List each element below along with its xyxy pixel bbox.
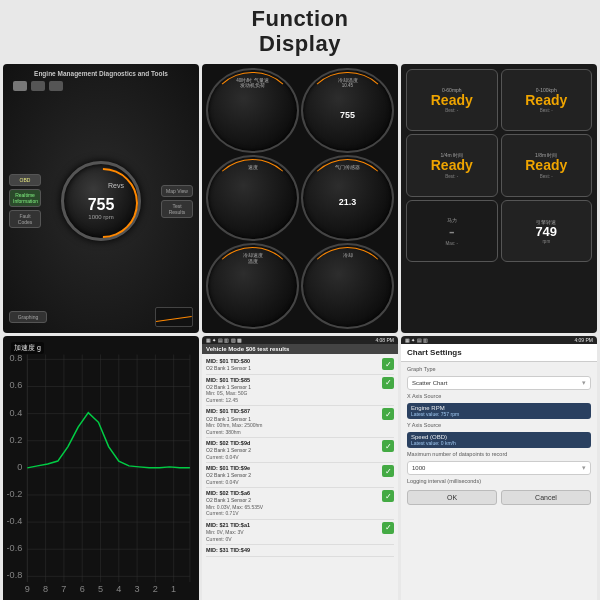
btn-horsepower[interactable]: 马力 - Max: -: [406, 200, 498, 263]
p5-check-5: ✓: [382, 465, 394, 477]
list-item: MID: $02 TID:$9d O2 Bank 1 Sensor 2 Curr…: [206, 438, 394, 463]
svg-text:1: 1: [171, 584, 176, 594]
graphing-btn[interactable]: Graphing: [9, 311, 47, 323]
p5-text-8: MID: $31 TID:$49: [206, 547, 394, 554]
list-item: MID: $02 TID:$a6 O2 Bank 1 Sensor 2 Min:…: [206, 488, 394, 520]
p1-header: Engine Management Diagnostics and Tools: [9, 70, 193, 78]
chart-settings-panel: ▦ ✦ ▤ ▥ 4:09 PM Chart Settings Graph Typ…: [401, 336, 597, 600]
btn-engine-rpm[interactable]: 引擎转速 749 rpm: [501, 200, 593, 263]
btn-0-60mph-value: Ready: [431, 93, 473, 108]
p6-status-icons: ▦ ✦ ▤ ▥: [405, 337, 428, 343]
tool-icon: [31, 81, 45, 91]
svg-text:0: 0: [17, 462, 22, 472]
revs-label: Revs: [108, 182, 124, 189]
cancel-button[interactable]: Cancel: [501, 490, 591, 505]
gauge-speed-label: 速度: [208, 165, 297, 170]
p5-text-4: MID: $02 TID:$9d O2 Bank 1 Sensor 2 Curr…: [206, 440, 380, 460]
btn-0-100kph-value: Ready: [525, 93, 567, 108]
btn-horsepower-value: -: [449, 223, 455, 241]
svg-text:6: 6: [80, 584, 85, 594]
p1-icons-row: [9, 81, 63, 91]
p5-text-7: MID: $21 TID:$a1 Min: 0V, Max: 3VCurrent…: [206, 522, 380, 542]
sg-arc-4: [305, 159, 390, 237]
graph-line: [156, 316, 192, 322]
gauge-throttle: 气门传感器 21.3: [301, 155, 394, 241]
p5-check-4: ✓: [382, 440, 394, 452]
btn-eighth-mile-best: Best: -: [540, 174, 553, 179]
p5-text-5: MID: $01 TID:$9e O2 Bank 1 Sensor 2 Curr…: [206, 465, 380, 485]
map-view-btn[interactable]: Map View: [161, 185, 193, 197]
btn-horsepower-max: Max: -: [445, 241, 458, 246]
fault-codes-btn[interactable]: Fault Codes: [9, 210, 41, 228]
svg-text:-0.4: -0.4: [7, 516, 22, 526]
graph-type-arrow: ▾: [582, 379, 586, 387]
log-interval-label: Logging interval (milliseconds): [407, 478, 591, 484]
graph-mini: [155, 307, 193, 327]
p6-statusbar: ▦ ✦ ▤ ▥ 4:09 PM: [401, 336, 597, 344]
x-axis-dropdown[interactable]: Engine RPM Latest value: 757 rpm: [407, 403, 591, 419]
acceleration-panel: 0-60mph Ready Best: - 0-100kph Ready Bes…: [401, 64, 597, 334]
btn-quarter-mile-best: Best: -: [445, 174, 458, 179]
btn-eighth-mile-value: Ready: [525, 158, 567, 173]
p5-content: MID: $01 TID:$80 O2 Bank 1 Sensor 1 ✓ MI…: [202, 354, 398, 600]
p5-text-2: MID: $01 TID:$85 O2 Bank 1 Sensor 1 Min:…: [206, 377, 380, 404]
list-item: MID: $21 TID:$a1 Min: 0V, Max: 3VCurrent…: [206, 520, 394, 545]
p5-time: 4:08 PM: [375, 337, 394, 343]
y-axis-sub: Latest value: 0 km/h: [411, 440, 587, 446]
gauge-misc-label: 冷却: [303, 253, 392, 258]
gauge-throttle-label: 气门传感器: [303, 165, 392, 170]
x-axis-sub: Latest value: 757 rpm: [411, 411, 587, 417]
btn-engine-rpm-unit: rpm: [542, 239, 550, 244]
y-axis-dropdown[interactable]: Speed (OBD) Latest value: 0 km/h: [407, 432, 591, 448]
obd-data-panel: ▦ ✦ ▤ ▥ ▨ ▩ 4:08 PM Vehicle Mode $06 tes…: [202, 336, 398, 600]
max-datapoints-input[interactable]: 1000 ▾: [407, 461, 591, 475]
btn-quarter-mile[interactable]: 1/4m 时间 Ready Best: -: [406, 134, 498, 197]
gauge-coolant: 冷却速度温度: [206, 243, 299, 329]
svg-text:0.2: 0.2: [10, 435, 23, 445]
gauge-arc: [54, 154, 153, 253]
p6-time: 4:09 PM: [574, 337, 593, 343]
ok-button[interactable]: OK: [407, 490, 497, 505]
gauge-speed: 速度: [206, 155, 299, 241]
p5-text-3: MID: $01 TID:$87 O2 Bank 1 Sensor 1 Min:…: [206, 408, 380, 435]
gauge-load: 40吋/时 气量速发动机负荷: [206, 68, 299, 154]
p5-check-2: ✓: [382, 377, 394, 389]
p5-check-6: ✓: [382, 490, 394, 502]
wrench-icon: [49, 81, 63, 91]
btn-0-100kph[interactable]: 0-100kph Ready Best: -: [501, 69, 593, 132]
btn-0-100kph-best: Best: -: [540, 108, 553, 113]
gauge-coolant-label: 冷却速度温度: [208, 253, 297, 264]
gauge-temp1: 冷却温度10.45 755: [301, 68, 394, 154]
svg-text:0.4: 0.4: [10, 408, 23, 418]
svg-text:4: 4: [116, 584, 121, 594]
svg-text:-0.2: -0.2: [7, 489, 22, 499]
btn-quarter-mile-value: Ready: [431, 158, 473, 173]
svg-text:8: 8: [43, 584, 48, 594]
realtime-btn[interactable]: Realtime Information: [9, 189, 41, 207]
test-results-btn[interactable]: Test Results: [161, 200, 193, 218]
btn-eighth-mile[interactable]: 1/8m 时间 Ready Best: -: [501, 134, 593, 197]
sg-arc-3: [210, 159, 295, 237]
svg-text:7: 7: [61, 584, 66, 594]
svg-text:3: 3: [135, 584, 140, 594]
page-title: Function Display: [0, 6, 600, 57]
max-arrow: ▾: [582, 464, 586, 472]
title-area: Function Display: [0, 0, 600, 61]
main-grid: Engine Management Diagnostics and Tools …: [0, 61, 600, 600]
p1-right-btns: Map View Test Results: [161, 185, 193, 218]
p1-bottom: Graphing: [9, 307, 193, 327]
p5-statusbar: ▦ ✦ ▤ ▥ ▨ ▩ 4:08 PM: [202, 336, 398, 344]
rpm-gauge: Revs 755 1000 rpm: [61, 161, 141, 241]
graph-type-select[interactable]: Scatter Chart ▾: [407, 376, 591, 390]
list-item: MID: $01 TID:$80 O2 Bank 1 Sensor 1 ✓: [206, 356, 394, 375]
svg-text:-0.6: -0.6: [7, 543, 22, 553]
svg-text:5: 5: [98, 584, 103, 594]
accelerometer-panel: 加速度 g 0.8 0.6 0.4: [3, 336, 199, 600]
max-datapoints-label: Maximum number of datapoints to record: [407, 451, 591, 457]
max-datapoints-value: 1000: [412, 465, 425, 471]
graph-type-value: Scatter Chart: [412, 380, 447, 386]
sg-arc-6: [305, 247, 390, 325]
p5-check-1: ✓: [382, 358, 394, 370]
btn-0-60mph[interactable]: 0-60mph Ready Best: -: [406, 69, 498, 132]
btn-0-60mph-best: Best: -: [445, 108, 458, 113]
